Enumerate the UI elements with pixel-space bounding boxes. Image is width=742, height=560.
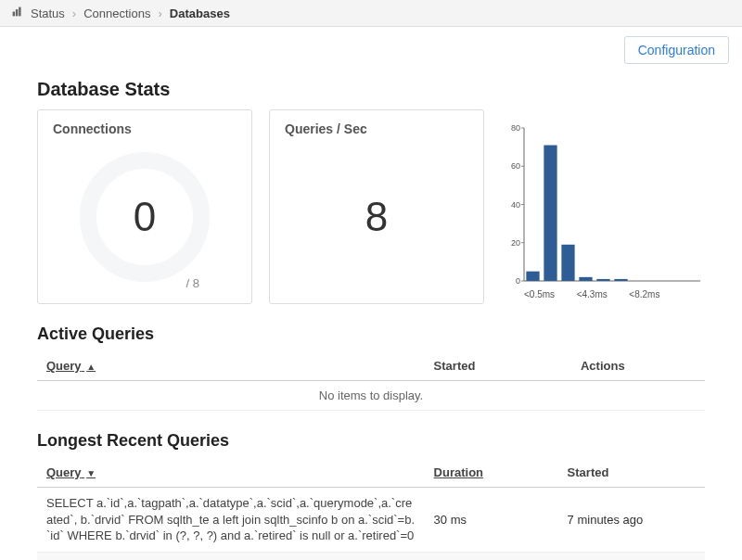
breadcrumb-item[interactable]: Connections xyxy=(83,6,150,20)
started-text: 7 minutes ago xyxy=(558,488,705,553)
svg-text:0: 0 xyxy=(516,276,520,286)
active-queries-table: Query ▲ Started Actions No items to disp… xyxy=(37,351,705,411)
col-query[interactable]: Query ▲ xyxy=(37,351,425,381)
breadcrumb: Status › Connections › Databases xyxy=(0,0,742,27)
qps-card: Queries / Sec 8 xyxy=(269,109,484,304)
connections-max: / 8 xyxy=(186,276,199,290)
svg-rect-19 xyxy=(596,279,609,281)
sort-desc-icon: ▼ xyxy=(86,468,96,478)
duration-histogram: 020406080 <0.5ms<4.3ms<8.2ms xyxy=(501,109,705,304)
col-actions[interactable]: Actions xyxy=(571,351,705,381)
col-query[interactable]: Query ▼ xyxy=(37,458,425,488)
col-started[interactable]: Started xyxy=(425,351,571,381)
svg-rect-1 xyxy=(16,9,18,16)
svg-rect-20 xyxy=(614,279,627,281)
table-row[interactable]: SELECT a.`id`,a.`tagpath`,a.`datatype`,a… xyxy=(37,488,705,553)
table-row[interactable]: SELECT `id` FROM sqlth_scinfo WHERE `scn… xyxy=(37,552,705,560)
qps-title: Queries / Sec xyxy=(285,121,468,136)
histogram-x-labels: <0.5ms<4.3ms<8.2ms xyxy=(501,289,682,299)
col-started[interactable]: Started xyxy=(558,458,705,488)
connections-value: 0 xyxy=(134,194,156,240)
query-text: SELECT `id` FROM sqlth_scinfo WHERE `scn… xyxy=(37,552,425,560)
connections-title: Connections xyxy=(53,121,237,136)
status-icon xyxy=(11,6,23,20)
histogram-chart: 020406080 xyxy=(501,123,705,286)
chevron-right-icon: › xyxy=(158,6,161,20)
duration-text: 8 ms xyxy=(425,552,558,560)
col-duration[interactable]: Duration xyxy=(425,458,558,488)
breadcrumb-item-current: Databases xyxy=(170,6,230,20)
svg-text:60: 60 xyxy=(511,161,520,171)
svg-text:20: 20 xyxy=(511,238,520,248)
connections-card: Connections 0 / 8 xyxy=(37,109,252,304)
no-items-text: No items to display. xyxy=(37,381,705,411)
query-text: SELECT a.`id`,a.`tagpath`,a.`datatype`,a… xyxy=(37,488,425,553)
qps-value: 8 xyxy=(365,194,388,240)
svg-rect-0 xyxy=(13,12,15,17)
chevron-right-icon: › xyxy=(72,6,76,20)
svg-rect-18 xyxy=(579,277,592,281)
connections-gauge: 0 / 8 xyxy=(53,142,237,292)
started-text: 7 minutes ago xyxy=(558,552,705,560)
svg-text:80: 80 xyxy=(511,123,520,133)
page-title: Database Stats xyxy=(37,79,705,100)
active-queries-title: Active Queries xyxy=(37,325,705,344)
sort-asc-icon: ▲ xyxy=(86,362,96,372)
configuration-button[interactable]: Configuration xyxy=(624,36,729,64)
duration-text: 30 ms xyxy=(425,488,558,553)
svg-rect-2 xyxy=(19,7,20,17)
top-actions: Configuration xyxy=(0,27,742,73)
longest-queries-title: Longest Recent Queries xyxy=(37,431,705,451)
stats-row: Connections 0 / 8 Queries / Sec 8 020406… xyxy=(37,109,705,304)
svg-rect-16 xyxy=(544,146,556,281)
svg-rect-17 xyxy=(561,245,574,281)
longest-queries-table: Query ▼ Duration Started SELECT a.`id`,a… xyxy=(37,458,705,560)
breadcrumb-item[interactable]: Status xyxy=(31,6,65,20)
svg-rect-15 xyxy=(526,272,539,281)
svg-text:40: 40 xyxy=(511,200,520,210)
